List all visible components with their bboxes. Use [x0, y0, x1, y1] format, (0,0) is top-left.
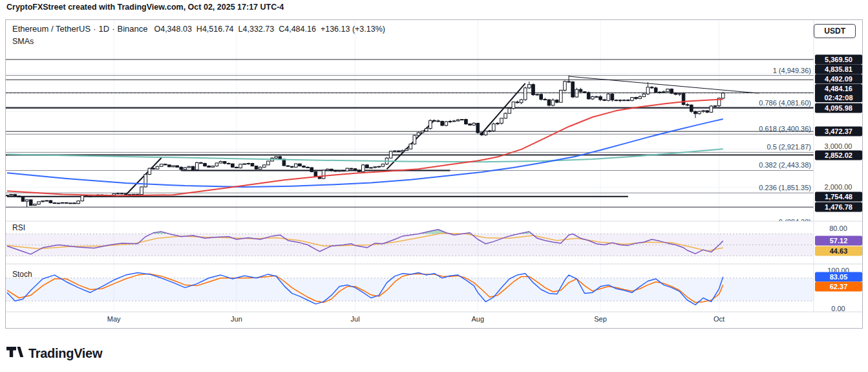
candle	[555, 100, 558, 103]
candle	[116, 193, 120, 194]
tradingview-logo-icon	[6, 344, 24, 362]
interval-label[interactable]: 1D	[99, 24, 110, 34]
candle	[275, 157, 278, 158]
candle	[405, 149, 408, 150]
candle	[662, 92, 666, 93]
candle	[215, 163, 218, 166]
candle	[299, 164, 302, 166]
rsi-label[interactable]: RSI	[12, 223, 25, 232]
candle	[421, 131, 424, 133]
candle	[191, 166, 195, 170]
currency-toggle-button[interactable]: USDT	[814, 24, 856, 38]
candle	[547, 100, 551, 105]
candle	[433, 120, 436, 121]
time-axis-label: Jul	[351, 315, 360, 323]
candle	[544, 99, 547, 100]
candle	[49, 201, 52, 203]
candle	[456, 120, 460, 121]
candle	[377, 166, 381, 167]
pane-separators	[6, 20, 862, 312]
candle	[425, 129, 428, 131]
candle	[413, 135, 416, 144]
candle	[243, 164, 246, 164]
candle	[540, 94, 543, 100]
candle	[654, 88, 657, 92]
chart-panel: 1 (4,949.36)0.786 (4,081.60)0.618 (3,400…	[5, 19, 863, 329]
candle	[152, 168, 155, 169]
candle	[452, 121, 456, 122]
candle	[81, 195, 84, 201]
candle	[678, 94, 681, 94]
close-value: 4,484.16	[284, 25, 316, 34]
candle	[500, 118, 503, 124]
candle	[160, 164, 163, 167]
high-label: H	[196, 25, 202, 34]
candle	[251, 164, 254, 166]
candle	[259, 167, 262, 169]
candle	[536, 94, 539, 95]
time-axis-label: Aug	[471, 315, 484, 323]
candle	[124, 193, 127, 194]
candle	[619, 100, 622, 101]
candle	[635, 98, 638, 99]
candle	[223, 162, 226, 164]
candle	[492, 124, 495, 131]
indicator-legend-smas[interactable]: SMAs	[12, 37, 34, 46]
candle	[666, 89, 670, 92]
candle	[551, 100, 555, 105]
symbol-name[interactable]: Ethereum / TetherUS	[12, 24, 90, 34]
candle	[508, 109, 511, 114]
candle	[461, 120, 464, 120]
candle	[306, 167, 310, 168]
candle	[366, 165, 369, 168]
candle	[441, 121, 444, 125]
candle	[560, 90, 563, 102]
candle	[267, 161, 270, 165]
candle	[449, 121, 452, 122]
candle	[164, 164, 167, 165]
svg-text:0.5 (2,921.87): 0.5 (2,921.87)	[767, 143, 812, 151]
high-value: 4,516.74	[202, 25, 234, 34]
candle	[29, 200, 32, 206]
candle	[567, 82, 571, 82]
candle	[639, 96, 642, 98]
candle	[77, 201, 80, 204]
stoch-label[interactable]: Stoch	[12, 270, 32, 279]
candle	[207, 166, 211, 168]
candle	[65, 202, 69, 203]
candle	[239, 164, 242, 168]
candle	[140, 187, 143, 195]
sma-fast-line	[7, 100, 723, 196]
candle	[37, 202, 41, 204]
candle	[370, 168, 373, 168]
candle	[603, 100, 606, 100]
exchange-label: Binance	[117, 24, 147, 34]
candle	[429, 120, 432, 128]
candle	[698, 111, 701, 114]
candle	[445, 122, 448, 126]
candle	[89, 196, 92, 197]
candle	[354, 169, 357, 170]
candle	[437, 121, 440, 122]
candle	[350, 168, 353, 169]
candle	[53, 203, 56, 204]
candle	[465, 120, 468, 124]
candle	[219, 162, 222, 163]
candle	[627, 100, 630, 101]
candle	[180, 167, 183, 170]
candle	[34, 204, 37, 206]
chart-canvas[interactable]: 1 (4,949.36)0.786 (4,081.60)0.618 (3,400…	[6, 20, 862, 328]
candle	[211, 166, 215, 168]
candle	[528, 85, 531, 88]
candle	[195, 162, 198, 170]
candle	[231, 164, 235, 167]
candle	[659, 92, 662, 93]
candle	[61, 202, 64, 203]
candle	[583, 92, 586, 93]
close-label: C	[279, 25, 284, 34]
tradingview-logo[interactable]: TradingView	[6, 344, 102, 362]
candle	[204, 164, 207, 166]
candle	[263, 165, 266, 168]
candle	[611, 94, 614, 100]
candle	[374, 167, 377, 168]
